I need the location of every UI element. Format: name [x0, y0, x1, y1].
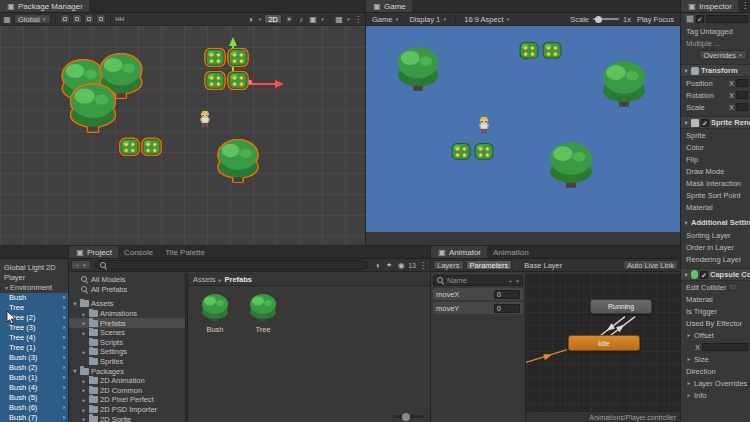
tab-animation[interactable]: Animation [487, 246, 535, 258]
gizmos-grid-icon[interactable] [334, 14, 344, 24]
breadcrumb-assets[interactable]: Assets [193, 275, 216, 284]
property-direction[interactable]: Direction [681, 365, 750, 377]
hierarchy-item-global-light-2d[interactable]: Global Light 2D [0, 263, 68, 273]
layers-tab-button[interactable]: Layers [433, 260, 464, 270]
property-x[interactable]: X [681, 341, 750, 353]
project-folder-2d-sprite[interactable]: ▸2D Sprite [69, 414, 185, 422]
parameters-tab-button[interactable]: Parameters [466, 260, 513, 270]
project-folder-2d-common[interactable]: ▸2D Common [69, 386, 185, 396]
component-enabled-checkbox[interactable]: ✓ [701, 119, 709, 127]
fold-arrow-icon[interactable]: ▼ [683, 220, 689, 226]
hierarchy-item-bush-6[interactable]: Bush (6)› [0, 403, 68, 413]
tag-dropdown[interactable]: Untagged [700, 27, 733, 36]
prefab-open-arrow-icon[interactable]: › [63, 393, 65, 403]
fold-arrow-icon[interactable]: ▸ [81, 311, 87, 317]
display-dropdown[interactable]: Display 1 [405, 14, 451, 24]
game-view-menu[interactable]: Game [368, 14, 403, 24]
property-sorting-layer[interactable]: Sorting Layer [681, 229, 750, 241]
fold-arrow-icon[interactable]: ▸ [81, 416, 87, 422]
player-sprite[interactable] [196, 106, 214, 133]
grid-plane-icon[interactable] [115, 14, 125, 24]
project-folder-2d-psd-importer[interactable]: ▸2D PSD Importer [69, 405, 185, 415]
tab-package-manager[interactable]: Package Manager [0, 0, 89, 12]
layer-breadcrumb[interactable]: Base Layer [524, 261, 562, 270]
bush-sprite[interactable] [450, 140, 472, 162]
property-rendering-layer[interactable]: Rendering Layer [681, 253, 750, 265]
scene-viewport[interactable] [0, 26, 365, 245]
bush-sprite[interactable] [541, 39, 563, 61]
prefab-open-arrow-icon[interactable]: › [63, 293, 65, 303]
property-material[interactable]: Material [681, 201, 750, 213]
state-node-running[interactable]: Running [590, 299, 652, 314]
scale-slider[interactable] [593, 18, 619, 20]
project-folder-settings[interactable]: ▸Settings [69, 347, 185, 357]
component-header-sprite-renderer[interactable]: ▼✓Sprite Renderer [681, 116, 750, 129]
project-folder-assets[interactable]: ▼Assets [69, 299, 185, 309]
grid-snap-icon[interactable] [2, 14, 12, 24]
fold-arrow-icon[interactable]: ▸ [81, 397, 87, 403]
fold-arrow-icon[interactable]: ▼ [683, 120, 689, 126]
hidden-count-eye-icon[interactable] [396, 260, 406, 270]
value-field[interactable] [736, 91, 748, 99]
project-search-input[interactable] [95, 260, 368, 270]
bush-sprite[interactable] [204, 69, 226, 91]
property-layer-overrides[interactable]: ▸Layer Overrides [681, 377, 750, 389]
tab-inspector[interactable]: Inspector [681, 0, 738, 12]
edit-collider-button[interactable] [728, 283, 738, 291]
project-folder-scenes[interactable]: ▸Scenes [69, 328, 185, 338]
bush-sprite[interactable] [141, 136, 162, 157]
fold-arrow-icon[interactable]: ▸ [686, 356, 692, 362]
prefab-open-arrow-icon[interactable]: › [63, 413, 65, 422]
property-scale[interactable]: ScaleX [681, 101, 750, 113]
component-enabled-checkbox[interactable]: ✓ [700, 271, 708, 279]
tree-sprite[interactable] [598, 57, 650, 111]
project-folder-scripts[interactable]: Scripts [69, 338, 185, 348]
property-material[interactable]: Material [681, 293, 750, 305]
parameter-value-field[interactable]: 0 [494, 304, 520, 313]
mode-2d-toggle[interactable]: 2D [264, 14, 282, 24]
overflow-menu-icon[interactable] [353, 14, 363, 24]
bush-sprite[interactable] [518, 39, 540, 61]
property-sprite[interactable]: Sprite [681, 129, 750, 141]
tab-project[interactable]: Project [69, 246, 118, 258]
fold-arrow-icon[interactable]: ▸ [686, 332, 692, 338]
hierarchy-item-bush-5[interactable]: Bush (5)› [0, 393, 68, 403]
property-edit-collider[interactable]: Edit Collider [681, 281, 750, 293]
tree-sprite[interactable] [545, 138, 597, 192]
add-parameter-icon[interactable] [508, 276, 513, 286]
state-machine-graph[interactable]: RunningIdle Animations/Player.controller [526, 273, 680, 422]
create-asset-button[interactable] [71, 260, 91, 270]
property-sprite-sort-point[interactable]: Sprite Sort Point [681, 189, 750, 201]
hierarchy-item-player[interactable]: Player [0, 273, 68, 283]
layer-menu-icon[interactable] [514, 260, 519, 270]
player-sprite[interactable] [475, 112, 493, 139]
prefab-open-arrow-icon[interactable]: › [63, 333, 65, 343]
fold-arrow-icon[interactable]: ▼ [683, 272, 689, 278]
rotate-tool-icon[interactable] [84, 14, 94, 24]
project-folder-prefabs[interactable]: ▸Prefabs [69, 318, 185, 328]
bush-sprite[interactable] [119, 136, 140, 157]
parameter-movex[interactable]: moveX0 [433, 288, 523, 300]
property-mask-interaction[interactable]: Mask Interaction [681, 177, 750, 189]
fold-arrow-icon[interactable]: ▸ [81, 349, 87, 355]
prefab-open-arrow-icon[interactable]: › [63, 383, 65, 393]
prefab-open-arrow-icon[interactable]: › [63, 323, 65, 333]
fold-arrow-icon[interactable]: ▸ [81, 387, 87, 393]
parameter-search-input[interactable]: Name [433, 275, 523, 286]
property-order-in-layer[interactable]: Order in Layer [681, 241, 750, 253]
hierarchy-item-bush-1[interactable]: Bush (1)› [0, 373, 68, 383]
active-checkbox[interactable]: ✓ [696, 15, 704, 23]
project-folder-all-models[interactable]: All Models [69, 275, 185, 285]
fold-arrow-icon[interactable]: ▸ [81, 330, 87, 336]
project-folder-packages[interactable]: ▼Packages [69, 366, 185, 376]
bush-sprite[interactable] [227, 46, 249, 68]
hierarchy-item-bush-4[interactable]: Bush (4)› [0, 383, 68, 393]
value-field[interactable] [702, 343, 748, 351]
fold-arrow-icon[interactable]: ▸ [686, 392, 692, 398]
thumbnail-zoom-slider[interactable] [393, 415, 425, 418]
property-is-trigger[interactable]: Is Trigger [681, 305, 750, 317]
property-info[interactable]: ▸Info [681, 389, 750, 401]
project-folder-animations[interactable]: ▸Animations [69, 309, 185, 319]
fold-arrow-icon[interactable]: ▸ [81, 407, 87, 413]
aspect-dropdown[interactable]: 16:9 Aspect [460, 14, 514, 24]
